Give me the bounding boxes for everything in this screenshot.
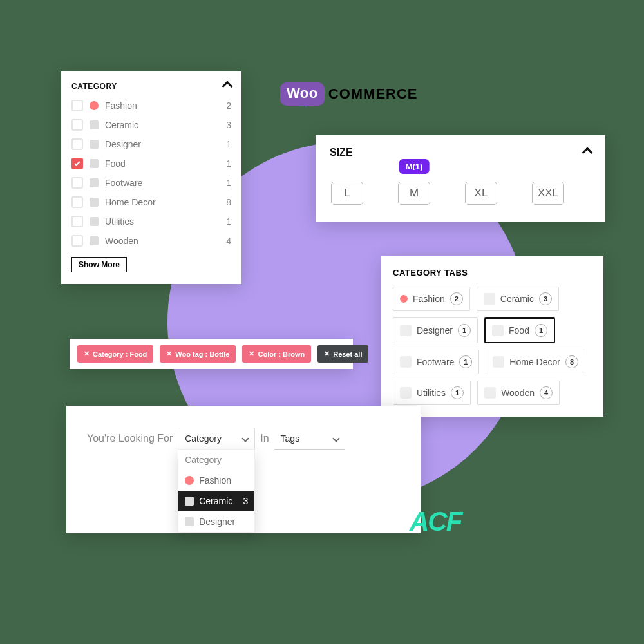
size-option-label: M [410, 187, 419, 200]
category-swatch-icon [90, 198, 99, 207]
dropdown-option[interactable]: Fashion [178, 470, 254, 491]
size-option[interactable]: XXL [532, 182, 564, 205]
dropdown-option[interactable]: Designer [178, 511, 254, 532]
looking-for-panel: You're Looking For Category Category Fas… [66, 406, 421, 533]
tab-count: 8 [565, 355, 578, 368]
close-icon: ✕ [166, 350, 172, 358]
category-swatch-icon [90, 120, 99, 129]
category-item-label: Designer [105, 139, 141, 149]
category-item[interactable]: Ceramic3 [71, 115, 231, 135]
category-select[interactable]: Category Category FashionCeramic3Designe… [178, 428, 255, 450]
category-swatch-icon [90, 217, 99, 226]
category-item-label: Utilities [105, 216, 134, 227]
tab-label: Food [509, 325, 529, 336]
dropdown-option-label: Fashion [199, 475, 231, 486]
category-item-label: Home Decor [105, 197, 156, 207]
checkbox[interactable] [71, 216, 83, 227]
filter-chip[interactable]: ✕Color : Brown [242, 345, 311, 363]
dropdown-option-label: Designer [199, 516, 235, 527]
checkbox[interactable] [71, 138, 83, 150]
checkbox[interactable] [71, 196, 83, 208]
tab-count: 1 [535, 324, 547, 337]
option-swatch-icon [185, 476, 194, 485]
category-tab[interactable]: Fashion2 [393, 287, 470, 311]
size-tooltip: M(1) [399, 159, 430, 174]
size-option[interactable]: L [331, 182, 363, 205]
tab-count: 1 [458, 324, 471, 337]
category-tab[interactable]: Designer1 [393, 317, 478, 343]
category-item[interactable]: Utilities1 [71, 212, 231, 231]
size-option-label: XL [475, 187, 488, 200]
tab-count: 1 [459, 355, 472, 368]
tab-label: Fashion [413, 294, 445, 304]
tab-icon [400, 356, 412, 368]
close-icon: ✕ [324, 350, 330, 358]
checkbox[interactable] [71, 100, 83, 111]
category-item[interactable]: Home Decor8 [71, 193, 231, 212]
tab-icon [484, 387, 496, 399]
tags-select-value: Tags [281, 433, 300, 444]
tab-count: 4 [540, 386, 553, 399]
category-swatch-icon [90, 159, 99, 168]
filter-chip-label: Color : Brown [258, 350, 305, 358]
category-tab[interactable]: Utilities1 [393, 381, 471, 405]
category-tab[interactable]: Home Decor8 [486, 350, 585, 374]
category-select-dropdown: Category FashionCeramic3Designer [178, 449, 255, 533]
checkbox[interactable] [71, 177, 83, 189]
category-item-label: Food [105, 158, 126, 169]
category-tab[interactable]: Food1 [484, 317, 555, 343]
tab-icon [493, 356, 504, 368]
category-item[interactable]: Footware1 [71, 173, 231, 193]
tab-label: Designer [417, 325, 453, 336]
category-swatch-icon [90, 178, 99, 187]
tab-icon [400, 295, 408, 303]
checkbox[interactable] [71, 158, 83, 169]
category-tabs-panel: CATEGORY TABS Fashion2Ceramic3Designer1F… [381, 256, 603, 417]
category-item[interactable]: Wooden4 [71, 231, 231, 251]
filter-chip-label: Woo tag : Bottle [175, 350, 229, 358]
category-item-label: Ceramic [105, 120, 138, 130]
category-item[interactable]: Designer1 [71, 135, 231, 154]
category-item-count: 1 [226, 178, 231, 188]
tab-count: 3 [539, 292, 552, 305]
category-swatch-icon [90, 140, 99, 149]
category-tab[interactable]: Footware1 [393, 350, 479, 374]
option-swatch-icon [185, 497, 194, 506]
category-item-count: 8 [226, 197, 231, 207]
category-select-value: Category [185, 433, 222, 444]
dropdown-option[interactable]: Ceramic3 [178, 491, 254, 511]
size-option[interactable]: M(1)M [398, 182, 430, 205]
reset-all-chip[interactable]: ✕ Reset all [317, 345, 368, 363]
category-item-label: Wooden [105, 236, 138, 246]
tab-icon [484, 293, 495, 305]
looking-for-prefix: You're Looking For [87, 433, 173, 444]
chevron-up-icon[interactable] [582, 147, 593, 158]
dropdown-header: Category [178, 450, 254, 470]
tab-icon [400, 325, 412, 336]
option-swatch-icon [185, 517, 194, 526]
tab-label: Footware [417, 357, 454, 367]
size-panel: SIZE LM(1)MXLXXL [316, 135, 605, 222]
filter-chip[interactable]: ✕Woo tag : Bottle [160, 345, 236, 363]
chevron-up-icon[interactable] [222, 81, 233, 92]
dropdown-option-label: Ceramic [199, 496, 232, 506]
reset-all-label: Reset all [333, 350, 362, 358]
category-item[interactable]: Fashion2 [71, 96, 231, 115]
checkbox[interactable] [71, 119, 83, 131]
tags-select[interactable]: Tags [274, 428, 345, 450]
filter-chip[interactable]: ✕Category : Food [77, 345, 153, 363]
checkbox[interactable] [71, 235, 83, 247]
size-option[interactable]: XL [465, 182, 497, 205]
tab-count: 2 [450, 292, 463, 305]
woocommerce-logo: Woo COMMERCE [280, 82, 418, 106]
close-icon: ✕ [249, 350, 254, 358]
category-tab[interactable]: Ceramic3 [477, 287, 559, 311]
chevron-down-icon [332, 435, 339, 442]
show-more-button[interactable]: Show More [71, 257, 127, 272]
size-title: SIZE [330, 147, 353, 158]
size-option-label: XXL [538, 187, 558, 200]
category-tab[interactable]: Wooden4 [477, 381, 560, 405]
category-item-count: 1 [226, 216, 231, 227]
category-item[interactable]: Food1 [71, 154, 231, 173]
active-filters-bar: ✕Category : Food✕Woo tag : Bottle✕Color … [70, 339, 353, 369]
